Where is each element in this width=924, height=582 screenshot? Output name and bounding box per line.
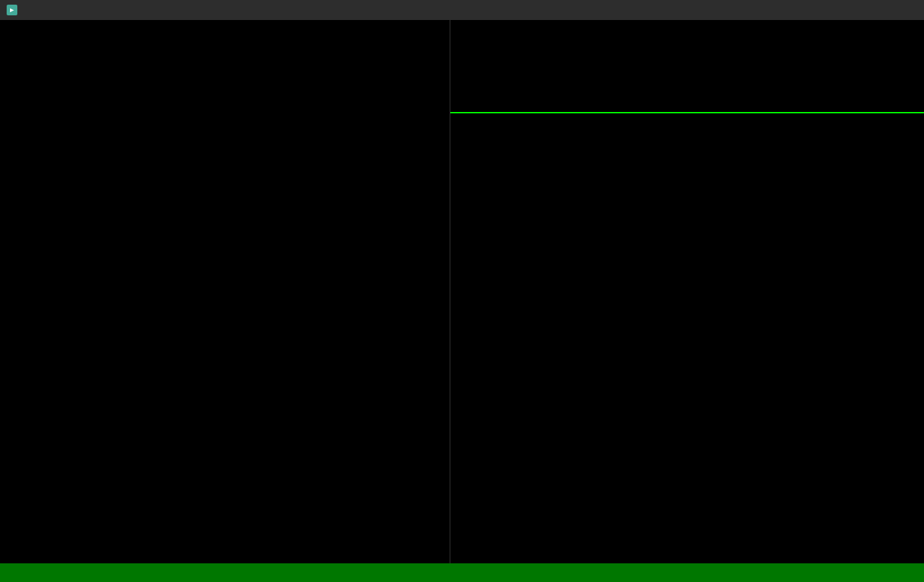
terminal-icon: ▶ bbox=[7, 5, 17, 15]
left-term-content bbox=[0, 20, 450, 563]
right-top-panel bbox=[450, 20, 924, 113]
right-pane bbox=[450, 20, 924, 563]
main-area bbox=[0, 20, 924, 563]
status-bar bbox=[0, 563, 924, 582]
title-bar-left: ▶ bbox=[7, 5, 23, 15]
right-bottom-panel bbox=[450, 113, 924, 563]
title-bar: ▶ bbox=[0, 0, 924, 20]
left-pane bbox=[0, 20, 450, 563]
